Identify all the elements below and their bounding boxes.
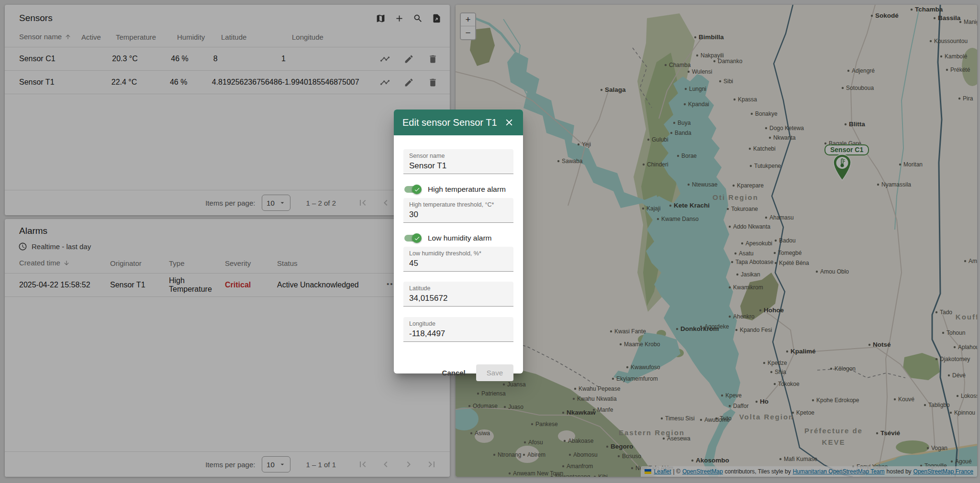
latitude-label: Latitude <box>409 285 508 292</box>
high-temp-alarm-row: High temperature alarm <box>403 184 513 195</box>
latitude-field[interactable]: Latitude <box>403 282 513 307</box>
close-icon[interactable] <box>504 117 514 128</box>
low-humidity-alarm-row: Low humidity alarm <box>403 233 513 243</box>
low-humidity-threshold-input[interactable] <box>409 257 508 268</box>
edit-sensor-dialog: Edit sensor Sensor T1 Sensor name High t… <box>394 110 523 373</box>
low-humidity-alarm-label: Low humidity alarm <box>428 234 492 242</box>
longitude-label: Longitude <box>409 320 508 328</box>
sensor-name-label: Sensor name <box>409 153 508 160</box>
latitude-input[interactable] <box>409 292 508 303</box>
save-button[interactable]: Save <box>476 364 513 381</box>
high-temp-alarm-label: High temperature alarm <box>428 185 506 194</box>
longitude-input[interactable] <box>409 328 508 339</box>
high-temp-threshold-input[interactable] <box>409 209 508 220</box>
dialog-header: Edit sensor Sensor T1 <box>394 110 523 135</box>
app-root: Sensors Sensor name Active Temperature H… <box>0 0 980 483</box>
longitude-field[interactable]: Longitude <box>403 317 513 342</box>
high-temp-alarm-toggle[interactable] <box>403 184 422 195</box>
sensor-name-input[interactable] <box>409 160 508 171</box>
high-temp-threshold-label: High temperature threshold, °C* <box>409 201 508 209</box>
check-icon <box>412 233 422 243</box>
high-temp-threshold-field[interactable]: High temperature threshold, °C* <box>403 198 513 223</box>
low-humidity-threshold-label: Low humidity threshold, %* <box>409 250 508 257</box>
dialog-body: Sensor name High temperature alarm High … <box>394 135 523 381</box>
low-humidity-alarm-toggle[interactable] <box>403 233 422 243</box>
low-humidity-threshold-field[interactable]: Low humidity threshold, %* <box>403 247 513 272</box>
sensor-name-field[interactable]: Sensor name <box>403 149 513 174</box>
dialog-title: Edit sensor Sensor T1 <box>402 117 497 128</box>
check-icon <box>412 185 422 194</box>
dialog-actions: Cancel Save <box>403 364 513 381</box>
cancel-button[interactable]: Cancel <box>435 364 472 381</box>
